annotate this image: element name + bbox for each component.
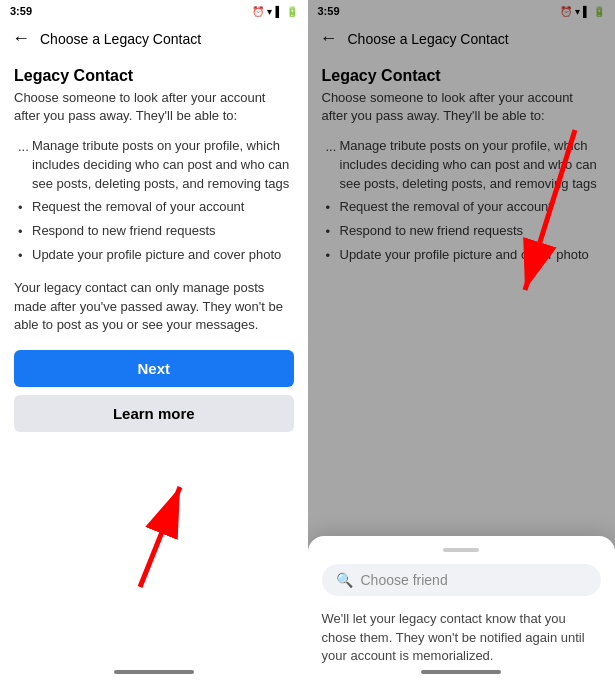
status-icons-left: ⏰ ▾ ▌ 🔋 bbox=[252, 6, 297, 17]
list-item-text: Manage tribute posts on your profile, wh… bbox=[32, 137, 294, 194]
overlay-info-text: We'll let your legacy contact know that … bbox=[322, 610, 602, 665]
list-item-text: Respond to new friend requests bbox=[32, 222, 216, 241]
nav-title-left: Choose a Legacy Contact bbox=[40, 31, 201, 47]
home-bar-left bbox=[114, 670, 194, 674]
search-placeholder: Choose friend bbox=[361, 572, 448, 588]
right-phone-screen: 3:59 ⏰ ▾ ▌ 🔋 ← Choose a Legacy Contact L… bbox=[308, 0, 616, 681]
list-item: ... Manage tribute posts on your profile… bbox=[18, 137, 294, 194]
overlay-panel: 🔍 Choose friend We'll let your legacy co… bbox=[308, 536, 616, 681]
bullet-marker: • bbox=[18, 247, 26, 266]
bullet-marker: • bbox=[18, 199, 26, 218]
home-indicator-left bbox=[0, 663, 308, 681]
learn-more-button[interactable]: Learn more bbox=[14, 395, 294, 432]
search-box[interactable]: 🔍 Choose friend bbox=[322, 564, 602, 596]
list-item: • Request the removal of your account bbox=[18, 198, 294, 218]
list-item: • Respond to new friend requests bbox=[18, 222, 294, 242]
footer-text-left: Your legacy contact can only manage post… bbox=[14, 279, 294, 334]
battery-icon: 🔋 bbox=[286, 6, 298, 17]
section-title-left: Legacy Contact bbox=[14, 67, 294, 85]
home-bar-right bbox=[421, 670, 501, 674]
wifi-icon: ▾ bbox=[267, 6, 272, 17]
list-item: • Update your profile picture and cover … bbox=[18, 246, 294, 266]
section-subtitle-left: Choose someone to look after your accoun… bbox=[14, 89, 294, 125]
nav-header-left: ← Choose a Legacy Contact bbox=[0, 22, 308, 55]
list-item-text: Update your profile picture and cover ph… bbox=[32, 246, 281, 265]
search-icon: 🔍 bbox=[336, 572, 353, 588]
bullet-marker: • bbox=[18, 223, 26, 242]
back-button-left[interactable]: ← bbox=[12, 28, 30, 49]
alarm-icon: ⏰ bbox=[252, 6, 264, 17]
status-bar-left: 3:59 ⏰ ▾ ▌ 🔋 bbox=[0, 0, 308, 22]
signal-icon: ▌ bbox=[275, 6, 282, 17]
left-phone-screen: 3:59 ⏰ ▾ ▌ 🔋 ← Choose a Legacy Contact L… bbox=[0, 0, 308, 681]
bullet-list-left: ... Manage tribute posts on your profile… bbox=[14, 137, 294, 265]
list-item-text: Request the removal of your account bbox=[32, 198, 244, 217]
status-time-left: 3:59 bbox=[10, 5, 32, 17]
ellipsis-marker: ... bbox=[18, 138, 26, 157]
drag-handle bbox=[443, 548, 479, 552]
home-indicator-right bbox=[308, 663, 616, 681]
content-left: Legacy Contact Choose someone to look af… bbox=[0, 55, 308, 663]
next-button[interactable]: Next bbox=[14, 350, 294, 387]
